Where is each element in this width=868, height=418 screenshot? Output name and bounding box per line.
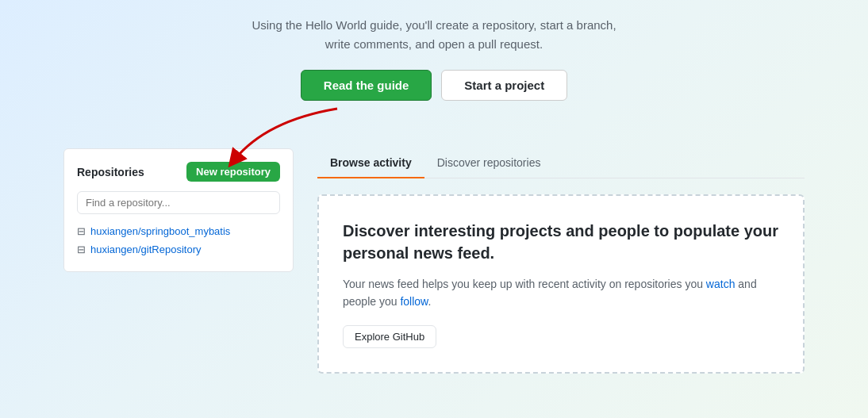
- repositories-label: Repositories: [77, 166, 144, 178]
- discover-desc-end: .: [428, 295, 431, 308]
- top-section: Using the Hello World guide, you'll crea…: [0, 0, 868, 148]
- tabs: Browse activity Discover repositories: [317, 148, 805, 178]
- discover-box: Discover interesting projects and people…: [317, 194, 805, 374]
- follow-link[interactable]: follow: [400, 295, 428, 308]
- description-line2: write comments, and open a pull request.: [325, 37, 543, 51]
- explore-github-button[interactable]: Explore GitHub: [343, 325, 436, 348]
- left-panel-header: Repositories New repository: [77, 162, 280, 182]
- list-item: ⊟ huxiangen/springboot_mybatis: [77, 222, 280, 240]
- tab-browse-activity[interactable]: Browse activity: [317, 148, 424, 178]
- left-panel: Repositories New repository ⊟ huxiangen/…: [63, 148, 294, 272]
- tab-discover-repositories[interactable]: Discover repositories: [424, 148, 554, 178]
- find-repository-input[interactable]: [77, 191, 280, 214]
- repository-list: ⊟ huxiangen/springboot_mybatis ⊟ huxiang…: [77, 222, 280, 259]
- main-content: Repositories New repository ⊟ huxiangen/…: [0, 148, 868, 374]
- description-line1: Using the Hello World guide, you'll crea…: [252, 18, 616, 32]
- start-project-button[interactable]: Start a project: [441, 70, 567, 101]
- repo-link[interactable]: huxiangen/springboot_mybatis: [90, 225, 230, 237]
- top-description: Using the Hello World guide, you'll crea…: [16, 16, 852, 54]
- button-row: Read the guide Start a project: [16, 70, 852, 101]
- repo-link[interactable]: huxiangen/gitRepository: [90, 244, 201, 255]
- repo-icon: ⊟: [77, 225, 86, 237]
- discover-title: Discover interesting projects and people…: [343, 220, 779, 264]
- list-item: ⊟ huxiangen/gitRepository: [77, 240, 280, 259]
- repo-icon: ⊟: [77, 244, 86, 255]
- watch-link[interactable]: watch: [706, 278, 735, 290]
- new-repository-button[interactable]: New repository: [186, 162, 280, 182]
- read-guide-button[interactable]: Read the guide: [301, 70, 432, 101]
- right-panel: Browse activity Discover repositories Di…: [294, 148, 805, 374]
- discover-description: Your news feed helps you keep up with re…: [343, 275, 779, 311]
- discover-desc-before-watch: Your news feed helps you keep up with re…: [343, 278, 706, 290]
